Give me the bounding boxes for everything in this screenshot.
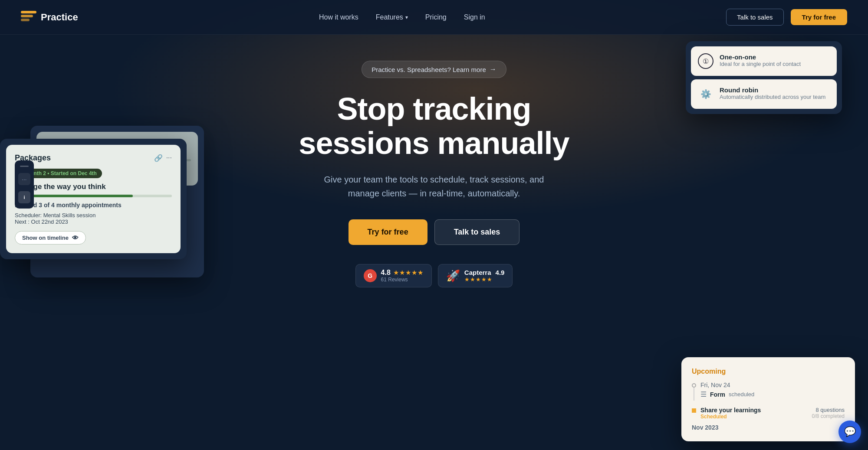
package-progress-bar [15,195,172,197]
chat-icon: 💬 [844,426,856,437]
share-title: Share your learnings [700,407,761,414]
g2-count: 61 Reviews [381,277,424,283]
one-on-one-subtitle: Ideal for a single point of contact [720,61,801,67]
nav-pricing[interactable]: Pricing [425,13,447,21]
reviews-row: G 4.8 ★★★★★ 61 Reviews 🚀 Capterra 4.9 ★★… [355,264,513,287]
round-robin-subtitle: Automatically distributed across your te… [720,94,825,100]
package-scheduler: Scheduler: Mental Skills session Next : … [15,212,172,225]
svg-rect-1 [21,15,33,17]
logo-icon [21,11,36,24]
sidebar-dash [20,166,29,167]
share-completed: 0/8 completed [812,413,845,419]
upcoming-title: Upcoming [692,368,845,375]
g2-review-badge: G 4.8 ★★★★★ 61 Reviews [355,264,432,287]
nav-features[interactable]: Features ▾ [376,13,408,21]
g2-stars: ★★★★★ [393,269,424,277]
upcoming-date: Fri, Nov 24 [700,382,845,388]
form-label: Form [710,391,725,398]
round-robin-icon: ⚙️ [698,86,713,102]
announcement-arrow-icon: → [490,65,496,73]
link-icon: 🔗 [154,154,163,162]
nav-talk-sales-button[interactable]: Talk to sales [726,9,784,26]
upcoming-item-form: Fri, Nov 24 ☰ Form scheduled [692,382,845,401]
nav-try-free-button[interactable]: Try for free [791,9,847,25]
upcoming-card: Upcoming Fri, Nov 24 ☰ Form scheduled Sh… [681,357,855,441]
schedule-option-one-on-one[interactable]: ① One-on-one Ideal for a single point of… [691,46,837,76]
one-on-one-icon: ① [698,53,713,69]
share-questions: 8 questions [812,407,845,413]
package-name: Change the way you think [15,183,172,191]
sidebar-dot-1[interactable]: ··· [18,173,30,185]
features-chevron-icon: ▾ [405,14,408,20]
eye-icon: 👁 [72,234,79,241]
one-on-one-title: One-on-one [720,53,801,61]
hero-talk-sales-button[interactable]: Talk to sales [434,219,520,245]
form-icon: ☰ [700,390,707,398]
upcoming-month: Nov 2023 [692,424,845,431]
form-status: scheduled [729,391,754,398]
share-status: Scheduled [700,414,761,420]
g2-logo-icon: G [364,269,377,282]
upcoming-item-share: Share your learnings Scheduled 8 questio… [692,407,845,420]
sidebar-nav: ··· i [15,160,34,209]
hero-heading: Stop tracking sessions manually [299,92,569,160]
show-on-timeline-button[interactable]: Show on timeline 👁 [15,231,86,245]
schedule-option-round-robin[interactable]: ⚙️ Round robin Automatically distributed… [691,79,837,109]
announcement-banner[interactable]: Practice vs. Spreadsheets? Learn more → [362,61,506,78]
nav-how-it-works[interactable]: How it works [319,13,358,21]
more-icon[interactable]: ··· [166,154,172,162]
capterra-stars: ★★★★★ [464,276,505,283]
svg-rect-0 [21,11,36,13]
hero-try-free-button[interactable]: Try for free [349,219,427,245]
hero-subtext: Give your team the tools to schedule, tr… [308,173,560,200]
chat-support-button[interactable]: 💬 [838,421,861,443]
sidebar-dot-2[interactable]: i [18,191,30,203]
svg-rect-2 [21,19,30,21]
capterra-icon: 🚀 [446,269,460,283]
packages-icons: 🔗 ··· [154,154,172,162]
schedule-options-card: ① One-on-one Ideal for a single point of… [686,41,842,114]
announcement-text: Practice vs. Spreadsheets? Learn more [372,66,486,73]
logo[interactable]: Practice [21,11,78,24]
upcoming-circle-icon [692,383,696,388]
package-booked: Booked 3 of 4 monthly appointments [15,202,172,209]
round-robin-title: Round robin [720,86,825,94]
g2-score: 4.8 [381,269,391,277]
capterra-logo-text: Capterra 4.9 [464,269,505,276]
logo-text: Practice [41,12,78,23]
capterra-review-badge: 🚀 Capterra 4.9 ★★★★★ [438,264,513,287]
nav-sign-in[interactable]: Sign in [464,13,485,21]
